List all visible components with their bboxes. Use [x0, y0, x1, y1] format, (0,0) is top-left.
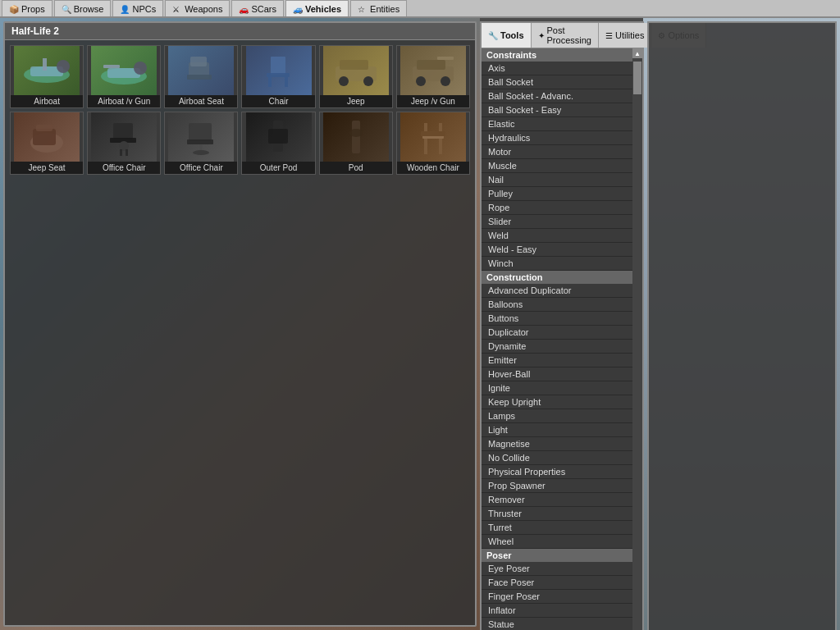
svg-rect-14 [285, 77, 288, 87]
tools-list-container: ConstraintsAxisBall SocketBall Socket - … [482, 48, 642, 630]
top-tabbar: Props Browse NPCs Weapons SCars Vehicles… [0, 0, 840, 18]
vehicle-chair[interactable]: Chair [241, 45, 315, 108]
svg-rect-20 [417, 60, 445, 70]
left-panel: Half-Life 2 [0, 18, 480, 630]
tool-item-statue[interactable]: Statue [482, 618, 632, 630]
tab-vehicles[interactable]: Vehicles [285, 0, 349, 16]
tool-item-eye-poser[interactable]: Eye Poser [482, 562, 632, 576]
scrollbar-track[interactable] [632, 58, 642, 630]
svg-point-35 [193, 150, 209, 155]
tool-item-inflator[interactable]: Inflator [482, 604, 632, 618]
tool-item-elastic[interactable]: Elastic [482, 117, 632, 131]
svg-point-17 [339, 76, 349, 86]
tools-list[interactable]: ConstraintsAxisBall SocketBall Socket - … [482, 48, 632, 630]
tab-props[interactable]: Props [2, 0, 52, 16]
tool-item-ball-socket---advanc.[interactable]: Ball Socket - Advanc. [482, 89, 632, 103]
tab-scars[interactable]: SCars [231, 0, 284, 16]
svg-rect-12 [267, 73, 290, 77]
tool-item-dynamite[interactable]: Dynamite [482, 340, 632, 354]
vehicle-office-chair2[interactable]: Office Chair [164, 112, 238, 175]
tool-item-ball-socket---easy[interactable]: Ball Socket - Easy [482, 103, 632, 117]
tool-item-duplicator[interactable]: Duplicator [482, 326, 632, 340]
right-panel: Tools Post Processing Utilities Opt [480, 18, 840, 630]
tool-item-thruster[interactable]: Thruster [482, 507, 632, 521]
scroll-up-button[interactable]: ▲ [632, 48, 642, 58]
svg-point-18 [363, 76, 373, 86]
tool-item-turret[interactable]: Turret [482, 521, 632, 535]
tool-item-prop-spawner[interactable]: Prop Spawner [482, 479, 632, 493]
vehicles-grid: Airboat Airboat /v G [10, 45, 470, 175]
tab-postprocessing[interactable]: Post Processing [532, 23, 599, 48]
tool-item-buttons[interactable]: Buttons [482, 312, 632, 326]
tool-item-advanced-duplicator[interactable]: Advanced Duplicator [482, 284, 632, 298]
vehicle-thumb [400, 46, 466, 95]
tool-item-wheel[interactable]: Wheel [482, 535, 632, 549]
panel-title: Half-Life 2 [5, 23, 475, 40]
tool-item-magnetise[interactable]: Magnetise [482, 437, 632, 451]
vehicle-outer-pod[interactable]: Outer Pod [241, 112, 315, 175]
tab-entities[interactable]: Entities [350, 0, 407, 16]
svg-point-22 [416, 76, 426, 86]
tool-item-no-collide[interactable]: No Collide [482, 451, 632, 465]
tab-npcs[interactable]: NPCs [112, 0, 163, 16]
postproc-icon [538, 30, 545, 40]
tool-item-keep-upright[interactable]: Keep Upright [482, 395, 632, 409]
tool-item-muscle[interactable]: Muscle [482, 159, 632, 173]
tool-item-pulley[interactable]: Pulley [482, 187, 632, 201]
tool-item-weld[interactable]: Weld [482, 229, 632, 243]
tab-utilities[interactable]: Utilities [599, 23, 651, 48]
tool-item-physical-properties[interactable]: Physical Properties [482, 465, 632, 479]
tool-item-slider[interactable]: Slider [482, 215, 632, 229]
svg-rect-27 [113, 123, 133, 139]
tool-item-nail[interactable]: Nail [482, 173, 632, 187]
tool-item-emitter[interactable]: Emitter [482, 354, 632, 368]
tool-item-light[interactable]: Light [482, 423, 632, 437]
tool-item-ball-socket[interactable]: Ball Socket [482, 75, 632, 89]
tool-item-finger-poser[interactable]: Finger Poser [482, 590, 632, 604]
vehicle-thumb [168, 46, 234, 95]
tool-item-lamps[interactable]: Lamps [482, 409, 632, 423]
tab-tools[interactable]: Tools [482, 23, 532, 48]
tool-item-ignite[interactable]: Ignite [482, 381, 632, 395]
vehicle-jeep-seat[interactable]: Jeep Seat [10, 112, 84, 175]
tool-item-hydraulics[interactable]: Hydraulics [482, 131, 632, 145]
vehicle-thumb [246, 112, 312, 162]
tool-item-remover[interactable]: Remover [482, 493, 632, 507]
tool-item-face-poser[interactable]: Face Poser [482, 576, 632, 590]
props-icon [9, 4, 19, 14]
tab-browse[interactable]: Browse [54, 0, 112, 16]
vehicle-thumb [91, 112, 157, 162]
vehicle-airboat-seat[interactable]: Airboat Seat [164, 45, 238, 108]
tool-item-axis[interactable]: Axis [482, 62, 632, 75]
tool-item-weld---easy[interactable]: Weld - Easy [482, 243, 632, 257]
vehicle-thumb [168, 112, 234, 162]
vehicles-window: Half-Life 2 [3, 21, 477, 627]
vehicle-jeep-gun[interactable]: Jeep /v Gun [396, 45, 470, 108]
tool-item-rope[interactable]: Rope [482, 201, 632, 215]
tab-weapons[interactable]: Weapons [165, 0, 230, 16]
vehicle-label: Airboat /v Gun [88, 95, 160, 107]
vehicle-label: Jeep Seat [11, 162, 83, 174]
vehicle-thumb [91, 46, 157, 95]
entity-icon [358, 4, 368, 14]
tool-item-winch[interactable]: Winch [482, 257, 632, 271]
svg-rect-32 [189, 123, 212, 141]
scrollbar-thumb[interactable] [633, 62, 641, 94]
vehicle-thumb [323, 46, 389, 95]
svg-point-6 [134, 62, 147, 75]
vehicle-airboat-gun[interactable]: Airboat /v Gun [87, 45, 161, 108]
vehicle-office-chair1[interactable]: Office Chair [87, 112, 161, 175]
vehicle-jeep[interactable]: Jeep [319, 45, 393, 108]
section-header-constraints: Constraints [482, 48, 632, 62]
vehicle-airboat[interactable]: Airboat [10, 45, 84, 108]
vehicle-label: Jeep [320, 95, 392, 107]
tool-item-motor[interactable]: Motor [482, 145, 632, 159]
vehicle-label: Office Chair [88, 162, 160, 174]
svg-rect-33 [187, 139, 213, 144]
svg-rect-44 [424, 148, 427, 154]
tools-tabbar: Tools Post Processing Utilities Opt [482, 23, 642, 48]
vehicle-pod[interactable]: Pod [319, 112, 393, 175]
vehicle-wooden-chair[interactable]: Wooden Chair [396, 112, 470, 175]
tool-item-balloons[interactable]: Balloons [482, 298, 632, 312]
tool-item-hover-ball[interactable]: Hover-Ball [482, 368, 632, 381]
